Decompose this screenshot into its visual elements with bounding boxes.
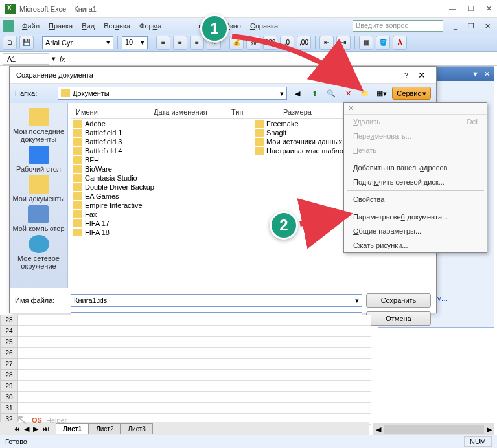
tab-sheet1[interactable]: Лист1 bbox=[56, 423, 89, 434]
tab-nav-last[interactable]: ⏭ bbox=[42, 425, 49, 432]
align-left-button[interactable]: ≡ bbox=[156, 36, 170, 50]
doc-minimize[interactable]: _ bbox=[450, 21, 461, 32]
fx-label[interactable]: fx bbox=[56, 55, 69, 63]
ask-question-input[interactable]: Введите вопрос bbox=[353, 20, 443, 32]
menu-view[interactable]: Вид bbox=[78, 21, 98, 31]
font-color-button[interactable]: A bbox=[393, 36, 407, 50]
row-header[interactable]: 24 bbox=[0, 326, 18, 337]
taskpane-dropdown-icon[interactable]: ▼ bbox=[472, 70, 479, 78]
file-item[interactable]: FIFA 17 bbox=[71, 219, 252, 228]
file-item[interactable]: Fax bbox=[71, 210, 252, 219]
row-header[interactable]: 26 bbox=[0, 348, 18, 359]
row-header[interactable]: 29 bbox=[0, 381, 18, 392]
menu-print[interactable]: Печать bbox=[344, 143, 487, 157]
align-center-button[interactable]: ≡ bbox=[173, 36, 187, 50]
file-item[interactable]: Adobe bbox=[71, 119, 252, 128]
file-name: Empire Interactive bbox=[85, 201, 143, 209]
place-mycomp[interactable]: Мой компьютер bbox=[12, 205, 64, 232]
file-item[interactable]: Double Driver Backup bbox=[71, 183, 252, 192]
row-cells[interactable] bbox=[18, 337, 371, 348]
window-controls: — ☐ ✕ bbox=[449, 5, 492, 13]
row-header[interactable]: 30 bbox=[0, 392, 18, 403]
h-scrollbar[interactable]: ◀▶ bbox=[373, 423, 494, 435]
menu-close-icon[interactable]: ✕ bbox=[344, 103, 487, 115]
row-cells[interactable] bbox=[18, 315, 371, 326]
fill-color-button[interactable]: 🪣 bbox=[376, 36, 390, 50]
doc-close[interactable]: ✕ bbox=[481, 21, 494, 32]
font-selector[interactable]: Arial Cyr ▾ bbox=[42, 36, 113, 49]
font-size-selector[interactable]: 10 ▾ bbox=[122, 36, 148, 49]
folder-icon bbox=[73, 229, 82, 236]
file-item[interactable]: FIFA 18 bbox=[71, 228, 252, 237]
row-header[interactable]: 25 bbox=[0, 337, 18, 348]
menu-network-drive[interactable]: Подключить сетевой диск... bbox=[344, 175, 487, 189]
new-button[interactable]: 🗋 bbox=[3, 36, 17, 50]
row-header[interactable]: 23 bbox=[0, 315, 18, 326]
row-cells[interactable] bbox=[18, 392, 371, 403]
file-item[interactable]: Battlefield 4 bbox=[71, 146, 252, 155]
views-button[interactable]: ▦▾ bbox=[375, 87, 388, 100]
place-mynet[interactable]: Мое сетевое окружение bbox=[10, 235, 67, 270]
tab-nav-next[interactable]: ▶ bbox=[33, 425, 38, 433]
menu-format[interactable]: Формат bbox=[135, 21, 168, 31]
tab-nav-first[interactable]: ⏮ bbox=[13, 425, 20, 432]
file-name: Настраиваемые шаблоны bbox=[266, 147, 353, 155]
menu-properties[interactable]: Свойства bbox=[344, 192, 487, 207]
tab-sheet3[interactable]: Лист3 bbox=[121, 423, 152, 434]
close-button[interactable]: ✕ bbox=[486, 5, 492, 13]
row-header[interactable]: 28 bbox=[0, 370, 18, 381]
file-item[interactable]: BFH bbox=[71, 155, 252, 164]
folder-icon bbox=[73, 210, 82, 218]
menu-add-to-bar[interactable]: Добавить на панель адресов bbox=[344, 161, 487, 175]
row-cells[interactable] bbox=[18, 326, 371, 337]
place-mydocs[interactable]: Мои документы bbox=[12, 175, 64, 203]
file-item[interactable]: Battlefield 1 bbox=[71, 128, 252, 137]
save-button[interactable]: 💾 bbox=[19, 36, 34, 50]
menu-delete[interactable]: УдалитьDel bbox=[344, 115, 487, 129]
row-header[interactable]: 31 bbox=[0, 403, 18, 414]
menu-compress[interactable]: Сжать рисунки... bbox=[344, 238, 487, 252]
minimize-button[interactable]: — bbox=[449, 5, 456, 13]
help-button[interactable]: ? bbox=[399, 71, 414, 79]
menu-edit[interactable]: Правка bbox=[45, 21, 76, 31]
taskpane-close-icon[interactable]: ✕ bbox=[484, 70, 490, 78]
maximize-button[interactable]: ☐ bbox=[468, 5, 474, 13]
service-button[interactable]: Сервис ▾ bbox=[392, 87, 431, 100]
menu-insert[interactable]: Вставка bbox=[100, 21, 134, 31]
align-right-button[interactable]: ≡ bbox=[190, 36, 204, 50]
tab-nav-prev[interactable]: ◀ bbox=[24, 425, 29, 433]
folder-icon bbox=[73, 138, 82, 146]
row-cells[interactable] bbox=[18, 403, 371, 414]
cancel-button[interactable]: Отмена bbox=[366, 311, 431, 326]
menu-help[interactable]: Справка bbox=[246, 21, 282, 31]
dialog-close-button[interactable]: ✕ bbox=[414, 70, 430, 80]
filename-input[interactable]: Книга1.xls▾ bbox=[71, 294, 362, 307]
doc-restore[interactable]: ❐ bbox=[464, 21, 478, 32]
col-name[interactable]: Имени bbox=[71, 107, 148, 117]
row-cells[interactable] bbox=[18, 348, 371, 359]
row-cells[interactable] bbox=[18, 381, 371, 392]
place-desktop[interactable]: Рабочий стол bbox=[16, 146, 61, 173]
sheet-row: 30 bbox=[0, 392, 371, 403]
tab-sheet2[interactable]: Лист2 bbox=[89, 423, 121, 434]
menu-general-params[interactable]: Общие параметры... bbox=[344, 224, 487, 238]
col-type[interactable]: Тип bbox=[226, 107, 278, 117]
file-item[interactable]: Battlefield 3 bbox=[71, 137, 252, 146]
menu-web-params[interactable]: Параметры веб-документа... bbox=[344, 210, 487, 224]
row-cells[interactable] bbox=[18, 370, 371, 381]
file-item[interactable]: EA Games bbox=[71, 192, 252, 201]
sheet-row: 27 bbox=[0, 359, 371, 370]
save-button[interactable]: Сохранить bbox=[366, 293, 431, 308]
menu-rename[interactable]: Переименовать... bbox=[344, 129, 487, 143]
name-box[interactable]: A1 bbox=[3, 53, 49, 65]
col-date[interactable]: Дата изменения bbox=[148, 107, 226, 117]
menu-file[interactable]: ФФайлайл bbox=[18, 21, 43, 31]
row-cells[interactable] bbox=[18, 359, 371, 370]
file-item[interactable]: BioWare bbox=[71, 164, 252, 174]
col-size[interactable]: Размера bbox=[278, 107, 330, 117]
place-recent[interactable]: Мои последние документы bbox=[10, 108, 67, 143]
file-item[interactable]: Empire Interactive bbox=[71, 201, 252, 210]
row-header[interactable]: 27 bbox=[0, 359, 18, 370]
chevron-down-icon: ▾ bbox=[141, 38, 144, 47]
file-item[interactable]: Camtasia Studio bbox=[71, 174, 252, 183]
